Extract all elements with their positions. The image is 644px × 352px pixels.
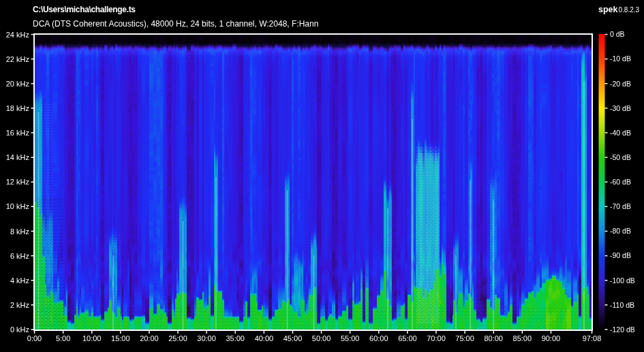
svg-text:-20 dB: -20 dB [610, 80, 631, 88]
svg-text:16 kHz: 16 kHz [6, 129, 29, 137]
svg-text:12 kHz: 12 kHz [6, 178, 29, 186]
svg-text:-80 dB: -80 dB [610, 227, 631, 235]
svg-text:4 kHz: 4 kHz [10, 276, 29, 285]
svg-text:80:00: 80:00 [484, 334, 503, 342]
svg-text:-90 dB: -90 dB [610, 251, 631, 259]
svg-text:C:\Users\micha\challenge.ts: C:\Users\micha\challenge.ts [33, 5, 136, 14]
svg-text:45:00: 45:00 [283, 334, 303, 342]
svg-text:35:00: 35:00 [226, 334, 245, 342]
svg-text:-50 dB: -50 dB [610, 153, 631, 161]
svg-text:0.8.2.3: 0.8.2.3 [619, 6, 640, 14]
svg-text:20 kHz: 20 kHz [6, 80, 29, 88]
svg-text:75:00: 75:00 [455, 334, 474, 342]
svg-text:0:00: 0:00 [27, 334, 42, 342]
svg-text:90:00: 90:00 [542, 334, 561, 342]
svg-text:-110 dB: -110 dB [610, 301, 634, 309]
svg-text:20:00: 20:00 [140, 334, 159, 342]
svg-text:0 dB: 0 dB [610, 30, 625, 38]
svg-text:6 kHz: 6 kHz [10, 252, 29, 260]
svg-text:-40 dB: -40 dB [610, 129, 631, 137]
svg-text:22 kHz: 22 kHz [6, 55, 29, 63]
svg-text:24 kHz: 24 kHz [6, 31, 29, 39]
svg-text:14 kHz: 14 kHz [6, 153, 29, 161]
svg-text:30:00: 30:00 [197, 334, 216, 342]
svg-text:97:08: 97:08 [583, 334, 602, 342]
svg-text:50:00: 50:00 [312, 334, 331, 342]
svg-text:spek: spek [598, 5, 618, 14]
svg-text:-60 dB: -60 dB [610, 178, 631, 186]
svg-text:65:00: 65:00 [398, 334, 417, 342]
svg-text:-100 dB: -100 dB [610, 276, 635, 285]
svg-text:10 kHz: 10 kHz [6, 202, 29, 210]
svg-text:15:00: 15:00 [111, 334, 130, 342]
svg-text:-120 dB: -120 dB [610, 325, 635, 334]
svg-text:55:00: 55:00 [341, 334, 360, 342]
svg-text:-10 dB: -10 dB [610, 54, 631, 63]
svg-text:-30 dB: -30 dB [610, 104, 631, 112]
svg-text:85:00: 85:00 [513, 334, 532, 342]
svg-text:18 kHz: 18 kHz [6, 104, 29, 112]
svg-text:60:00: 60:00 [369, 334, 388, 342]
svg-text:-70 dB: -70 dB [610, 202, 631, 210]
svg-text:40:00: 40:00 [255, 334, 274, 342]
svg-text:8 kHz: 8 kHz [10, 227, 29, 236]
svg-text:70:00: 70:00 [427, 334, 446, 342]
svg-text:0 kHz: 0 kHz [10, 325, 29, 334]
svg-text:25:00: 25:00 [168, 334, 187, 342]
svg-text:10:00: 10:00 [82, 334, 102, 342]
svg-text:2 kHz: 2 kHz [10, 301, 29, 309]
svg-text:DCA (DTS Coherent Acoustics),: DCA (DTS Coherent Acoustics), 48000 Hz, … [33, 19, 318, 29]
svg-text:5:00: 5:00 [56, 334, 70, 342]
